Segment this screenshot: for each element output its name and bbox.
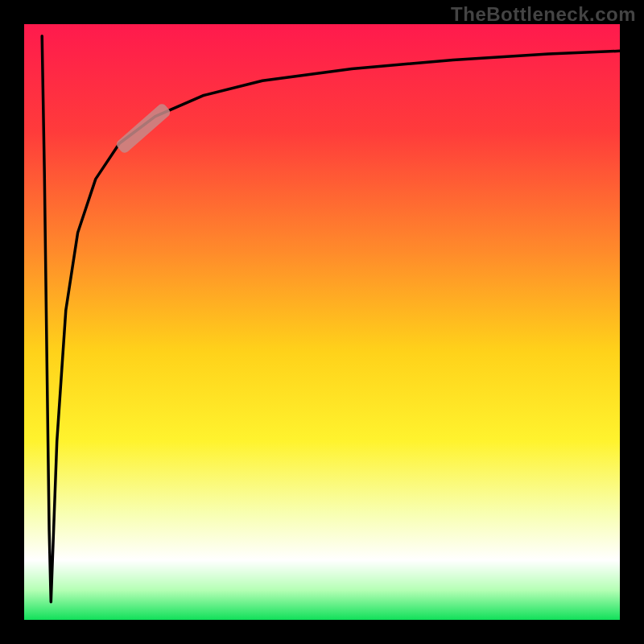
watermark-text: TheBottleneck.com: [451, 3, 636, 26]
plot-area: [24, 24, 620, 620]
bottleneck-chart-svg: [24, 24, 620, 620]
gradient-background: [24, 24, 620, 620]
chart-frame: TheBottleneck.com: [0, 0, 644, 644]
